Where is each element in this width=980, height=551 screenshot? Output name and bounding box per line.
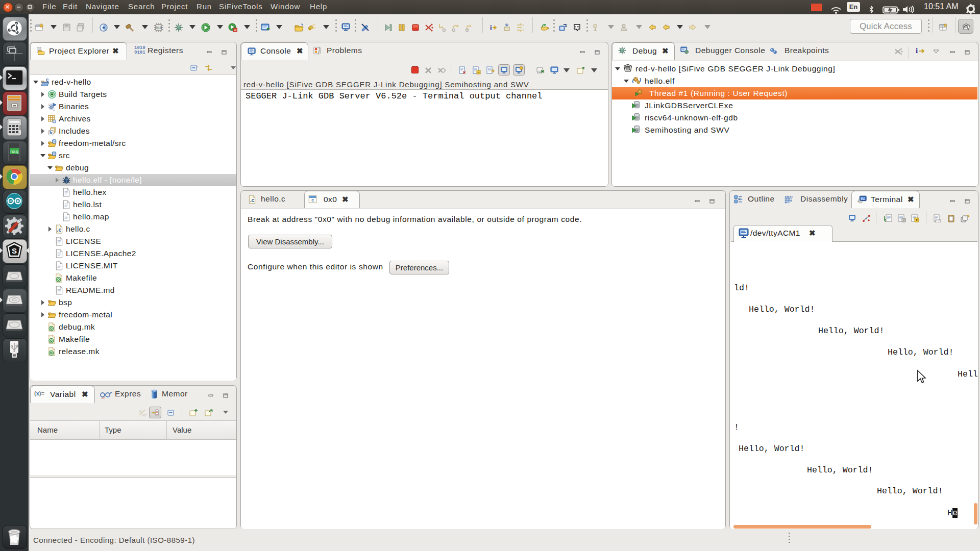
svg-text:K: K: [139, 410, 142, 413]
svg-text:C: C: [46, 78, 48, 83]
svg-text:.c: .c: [57, 227, 61, 233]
svg-text:i: i: [490, 23, 492, 31]
svg-text:naq: naq: [10, 149, 18, 155]
svg-text:S: S: [12, 246, 17, 255]
svg-text:c: c: [311, 197, 314, 203]
svg-text:1: 1: [53, 108, 55, 111]
svg-text:h: h: [50, 130, 52, 135]
svg-text:C: C: [53, 152, 55, 156]
svg-text:.c: .c: [250, 197, 255, 203]
svg-text:x=: x=: [102, 396, 105, 399]
svg-text:010: 010: [156, 26, 162, 30]
svg-text:C: C: [53, 140, 55, 143]
svg-text:tos: tos: [142, 413, 146, 417]
